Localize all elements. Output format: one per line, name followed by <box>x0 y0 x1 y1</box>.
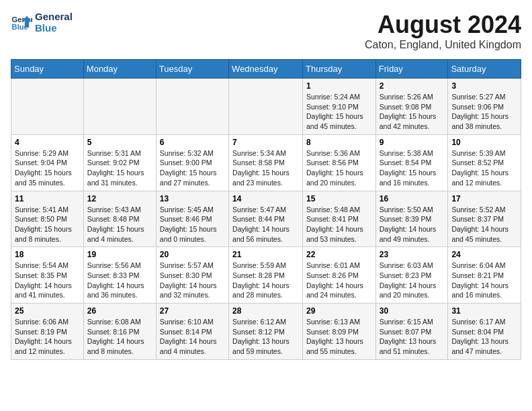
day-info: Sunrise: 5:48 AM Sunset: 8:41 PM Dayligh… <box>306 205 372 244</box>
calendar-cell: 5Sunrise: 5:31 AM Sunset: 9:02 PM Daylig… <box>83 134 156 191</box>
day-number: 31 <box>451 306 517 316</box>
day-number: 11 <box>15 194 80 203</box>
calendar-cell: 10Sunrise: 5:39 AM Sunset: 8:52 PM Dayli… <box>448 134 521 191</box>
calendar-week-row: 1Sunrise: 5:24 AM Sunset: 9:10 PM Daylig… <box>11 79 521 135</box>
day-info: Sunrise: 5:36 AM Sunset: 8:56 PM Dayligh… <box>306 148 372 188</box>
day-number: 4 <box>15 138 80 147</box>
calendar-cell: 15Sunrise: 5:48 AM Sunset: 8:41 PM Dayli… <box>303 191 376 247</box>
day-info: Sunrise: 5:47 AM Sunset: 8:44 PM Dayligh… <box>232 205 299 244</box>
calendar-cell: 12Sunrise: 5:43 AM Sunset: 8:48 PM Dayli… <box>83 191 156 247</box>
logo-blue: Blue <box>35 22 73 34</box>
subtitle: Caton, England, United Kingdom <box>365 39 521 51</box>
day-number: 18 <box>15 250 80 259</box>
day-info: Sunrise: 5:26 AM Sunset: 9:08 PM Dayligh… <box>380 92 445 132</box>
calendar-cell <box>229 79 303 135</box>
day-number: 6 <box>160 138 225 147</box>
day-info: Sunrise: 6:17 AM Sunset: 8:04 PM Dayligh… <box>451 317 517 357</box>
calendar-cell: 24Sunrise: 6:04 AM Sunset: 8:21 PM Dayli… <box>448 247 521 304</box>
day-number: 25 <box>15 306 80 316</box>
calendar-cell <box>11 79 84 135</box>
calendar-week-row: 18Sunrise: 5:54 AM Sunset: 8:35 PM Dayli… <box>11 247 521 304</box>
calendar-cell: 4Sunrise: 5:29 AM Sunset: 9:04 PM Daylig… <box>11 134 84 191</box>
day-number: 24 <box>451 250 517 259</box>
day-info: Sunrise: 5:24 AM Sunset: 9:10 PM Dayligh… <box>306 92 372 132</box>
day-info: Sunrise: 6:10 AM Sunset: 8:14 PM Dayligh… <box>160 317 225 357</box>
day-number: 13 <box>160 194 225 203</box>
day-number: 12 <box>87 194 152 203</box>
day-number: 26 <box>87 306 152 316</box>
day-info: Sunrise: 6:03 AM Sunset: 8:23 PM Dayligh… <box>380 261 445 300</box>
day-info: Sunrise: 5:45 AM Sunset: 8:46 PM Dayligh… <box>160 205 225 244</box>
calendar-cell: 18Sunrise: 5:54 AM Sunset: 8:35 PM Dayli… <box>11 247 84 304</box>
calendar-cell: 23Sunrise: 6:03 AM Sunset: 8:23 PM Dayli… <box>375 247 448 304</box>
day-info: Sunrise: 5:41 AM Sunset: 8:50 PM Dayligh… <box>15 205 80 244</box>
calendar-cell: 19Sunrise: 5:56 AM Sunset: 8:33 PM Dayli… <box>83 247 156 304</box>
calendar-cell: 11Sunrise: 5:41 AM Sunset: 8:50 PM Dayli… <box>11 191 84 247</box>
col-header-friday: Friday <box>375 60 448 79</box>
day-number: 9 <box>380 138 445 147</box>
calendar-cell: 29Sunrise: 6:13 AM Sunset: 8:09 PM Dayli… <box>303 304 376 360</box>
day-info: Sunrise: 6:01 AM Sunset: 8:26 PM Dayligh… <box>306 261 372 300</box>
calendar-cell: 3Sunrise: 5:27 AM Sunset: 9:06 PM Daylig… <box>448 79 521 135</box>
day-number: 19 <box>87 250 152 259</box>
calendar-cell: 6Sunrise: 5:32 AM Sunset: 9:00 PM Daylig… <box>156 134 228 191</box>
day-info: Sunrise: 5:39 AM Sunset: 8:52 PM Dayligh… <box>451 148 517 188</box>
calendar-cell: 27Sunrise: 6:10 AM Sunset: 8:14 PM Dayli… <box>156 304 228 360</box>
day-info: Sunrise: 6:12 AM Sunset: 8:12 PM Dayligh… <box>232 317 299 357</box>
day-number: 1 <box>306 81 372 91</box>
day-number: 17 <box>451 194 517 203</box>
calendar-cell: 25Sunrise: 6:06 AM Sunset: 8:19 PM Dayli… <box>11 304 84 360</box>
day-number: 23 <box>380 250 445 259</box>
day-number: 3 <box>451 81 517 91</box>
header: General Blue General Blue August 2024 Ca… <box>11 11 521 51</box>
day-number: 7 <box>232 138 299 147</box>
col-header-thursday: Thursday <box>303 60 376 79</box>
day-number: 14 <box>232 194 299 203</box>
day-number: 10 <box>451 138 517 147</box>
day-info: Sunrise: 5:32 AM Sunset: 9:00 PM Dayligh… <box>160 148 225 188</box>
title-area: August 2024 Caton, England, United Kingd… <box>365 11 521 51</box>
calendar-cell: 14Sunrise: 5:47 AM Sunset: 8:44 PM Dayli… <box>229 191 303 247</box>
day-info: Sunrise: 5:43 AM Sunset: 8:48 PM Dayligh… <box>87 205 152 244</box>
day-number: 8 <box>306 138 372 147</box>
day-number: 29 <box>306 306 372 316</box>
day-number: 16 <box>380 194 445 203</box>
calendar-cell: 7Sunrise: 5:34 AM Sunset: 8:58 PM Daylig… <box>229 134 303 191</box>
col-header-tuesday: Tuesday <box>156 60 228 79</box>
calendar-week-row: 25Sunrise: 6:06 AM Sunset: 8:19 PM Dayli… <box>11 304 521 360</box>
day-info: Sunrise: 5:50 AM Sunset: 8:39 PM Dayligh… <box>380 205 445 244</box>
day-info: Sunrise: 5:56 AM Sunset: 8:33 PM Dayligh… <box>87 261 152 300</box>
calendar-cell: 16Sunrise: 5:50 AM Sunset: 8:39 PM Dayli… <box>375 191 448 247</box>
day-info: Sunrise: 5:52 AM Sunset: 8:37 PM Dayligh… <box>451 205 517 244</box>
day-number: 28 <box>232 306 299 316</box>
day-number: 20 <box>160 250 225 259</box>
calendar-header-row: SundayMondayTuesdayWednesdayThursdayFrid… <box>11 60 521 79</box>
col-header-sunday: Sunday <box>11 60 84 79</box>
day-info: Sunrise: 5:31 AM Sunset: 9:02 PM Dayligh… <box>87 148 152 188</box>
day-number: 5 <box>87 138 152 147</box>
calendar-cell: 28Sunrise: 6:12 AM Sunset: 8:12 PM Dayli… <box>229 304 303 360</box>
col-header-saturday: Saturday <box>448 60 521 79</box>
day-info: Sunrise: 6:13 AM Sunset: 8:09 PM Dayligh… <box>306 317 372 357</box>
day-info: Sunrise: 5:59 AM Sunset: 8:28 PM Dayligh… <box>232 261 299 300</box>
day-info: Sunrise: 5:27 AM Sunset: 9:06 PM Dayligh… <box>451 92 517 132</box>
calendar-cell: 2Sunrise: 5:26 AM Sunset: 9:08 PM Daylig… <box>375 79 448 135</box>
day-info: Sunrise: 6:04 AM Sunset: 8:21 PM Dayligh… <box>451 261 517 300</box>
day-info: Sunrise: 5:34 AM Sunset: 8:58 PM Dayligh… <box>232 148 299 188</box>
calendar-table: SundayMondayTuesdayWednesdayThursdayFrid… <box>11 59 521 360</box>
calendar-cell: 1Sunrise: 5:24 AM Sunset: 9:10 PM Daylig… <box>303 79 376 135</box>
main-title: August 2024 <box>365 11 521 39</box>
day-number: 22 <box>306 250 372 259</box>
calendar-cell: 31Sunrise: 6:17 AM Sunset: 8:04 PM Dayli… <box>448 304 521 360</box>
calendar-week-row: 11Sunrise: 5:41 AM Sunset: 8:50 PM Dayli… <box>11 191 521 247</box>
calendar-week-row: 4Sunrise: 5:29 AM Sunset: 9:04 PM Daylig… <box>11 134 521 191</box>
day-info: Sunrise: 6:15 AM Sunset: 8:07 PM Dayligh… <box>380 317 445 357</box>
day-info: Sunrise: 5:29 AM Sunset: 9:04 PM Dayligh… <box>15 148 80 188</box>
day-info: Sunrise: 6:08 AM Sunset: 8:16 PM Dayligh… <box>87 317 152 357</box>
day-info: Sunrise: 5:38 AM Sunset: 8:54 PM Dayligh… <box>380 148 445 188</box>
col-header-wednesday: Wednesday <box>229 60 303 79</box>
day-number: 2 <box>380 81 445 91</box>
calendar-cell: 26Sunrise: 6:08 AM Sunset: 8:16 PM Dayli… <box>83 304 156 360</box>
day-number: 27 <box>160 306 225 316</box>
calendar-cell: 9Sunrise: 5:38 AM Sunset: 8:54 PM Daylig… <box>375 134 448 191</box>
